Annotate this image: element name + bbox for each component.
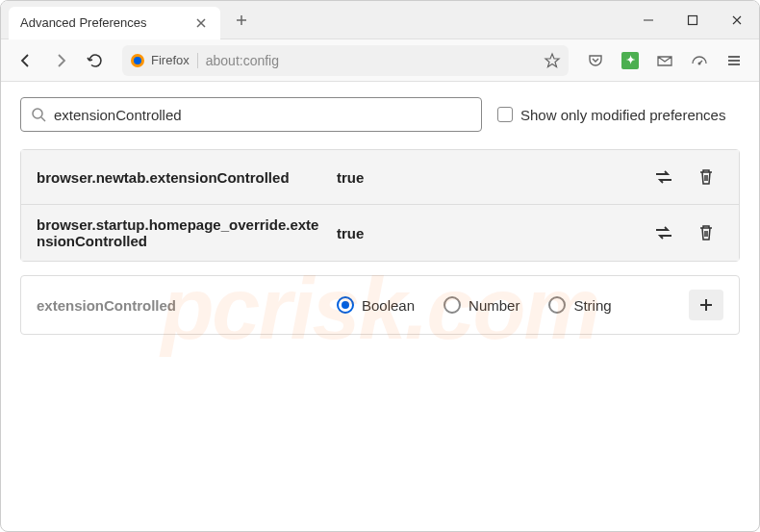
- toggle-button[interactable]: [646, 217, 681, 248]
- browser-toolbar: Firefox about:config ✦: [1, 39, 759, 82]
- checkbox-icon: [497, 107, 513, 122]
- radio-label-text: Number: [469, 297, 519, 314]
- radio-icon: [548, 296, 566, 314]
- pocket-icon[interactable]: [580, 45, 611, 76]
- title-bar: Advanced Preferences: [1, 1, 759, 39]
- url-bar[interactable]: Firefox about:config: [122, 45, 569, 76]
- svg-rect-0: [689, 15, 697, 24]
- search-input[interactable]: [54, 107, 471, 123]
- search-box[interactable]: [20, 97, 482, 132]
- svg-point-3: [698, 62, 701, 64]
- extension-icon[interactable]: ✦: [615, 45, 646, 76]
- checkbox-label-text: Show only modified preferences: [520, 107, 725, 123]
- bookmark-star-icon[interactable]: [544, 52, 561, 69]
- url-identity: Firefox: [130, 53, 198, 68]
- delete-button[interactable]: [689, 217, 723, 248]
- svg-point-2: [134, 57, 141, 64]
- window-controls: [626, 1, 759, 39]
- forward-button[interactable]: [45, 45, 76, 76]
- search-row: Show only modified preferences: [20, 97, 740, 132]
- close-window-button[interactable]: [715, 1, 759, 39]
- tab-title: Advanced Preferences: [20, 15, 186, 30]
- add-preference-row: extensionControlled Boolean Number Strin…: [20, 275, 740, 335]
- preference-value: true: [337, 225, 635, 241]
- content-area: Show only modified preferences browser.n…: [1, 82, 759, 350]
- radio-label-text: String: [573, 297, 611, 314]
- menu-button[interactable]: [719, 45, 749, 76]
- radio-label-text: Boolean: [362, 297, 415, 314]
- type-boolean-radio[interactable]: Boolean: [337, 296, 415, 314]
- svg-point-4: [33, 109, 42, 118]
- type-number-radio[interactable]: Number: [443, 296, 519, 314]
- type-string-radio[interactable]: String: [548, 296, 611, 314]
- radio-icon: [443, 296, 461, 314]
- preference-row: browser.newtab.extensionControlled true: [21, 150, 739, 205]
- type-options: Boolean Number String: [337, 296, 677, 314]
- maximize-button[interactable]: [671, 1, 715, 39]
- mail-icon[interactable]: [649, 45, 680, 76]
- show-modified-checkbox[interactable]: Show only modified preferences: [497, 107, 725, 123]
- row-actions: [646, 217, 723, 248]
- close-tab-icon[interactable]: [193, 15, 209, 31]
- minimize-button[interactable]: [626, 1, 671, 39]
- row-actions: [646, 162, 723, 192]
- firefox-icon: [130, 53, 145, 68]
- preference-name: browser.startup.homepage_override.extens…: [37, 216, 325, 249]
- preference-value: true: [337, 169, 635, 186]
- url-text: about:config: [206, 53, 536, 68]
- toggle-button[interactable]: [646, 162, 681, 192]
- preference-row: browser.startup.homepage_override.extens…: [21, 205, 739, 261]
- new-tab-button[interactable]: [228, 7, 255, 34]
- browser-tab[interactable]: Advanced Preferences: [9, 7, 220, 39]
- back-button[interactable]: [11, 45, 41, 76]
- search-icon: [31, 107, 46, 122]
- reload-button[interactable]: [80, 45, 111, 76]
- preference-name: browser.newtab.extensionControlled: [37, 169, 325, 186]
- radio-icon: [337, 296, 354, 314]
- add-button[interactable]: [689, 290, 723, 320]
- results-list: browser.newtab.extensionControlled true …: [20, 149, 740, 262]
- delete-button[interactable]: [689, 162, 723, 192]
- identity-label: Firefox: [151, 53, 190, 67]
- add-preference-name: extensionControlled: [37, 297, 325, 314]
- dashboard-icon[interactable]: [684, 45, 715, 76]
